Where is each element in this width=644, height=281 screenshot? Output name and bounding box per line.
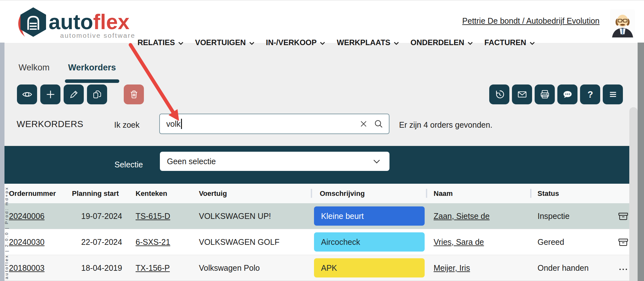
nav-item-onderdelen[interactable]: ONDERDELEN: [411, 38, 473, 47]
customer-name-link[interactable]: Vries, Sara de: [434, 237, 484, 247]
nav-item-relaties[interactable]: RELATIES: [137, 38, 184, 47]
planning-start-cell: 18-04-2019: [81, 263, 122, 273]
column-header-kenteken[interactable]: Kenteken: [136, 189, 167, 198]
column-header-voertuig[interactable]: Voertuig: [199, 189, 227, 198]
table-header-row: OrdernummerPlanning startKentekenVoertui…: [4, 184, 630, 203]
text-caret: [181, 119, 182, 129]
nav-item-label: RELATIES: [137, 38, 175, 47]
delete-button[interactable]: [124, 84, 144, 104]
main-menu: RELATIESVOERTUIGENIN-/VERKOOPWERKPLAATSO…: [137, 38, 535, 47]
nav-item-werkplaats[interactable]: WERKPLAATS: [337, 38, 399, 47]
planning-start-cell: 22-07-2024: [81, 237, 122, 247]
selection-label: Selectie: [114, 160, 143, 169]
archive-icon[interactable]: [618, 237, 629, 248]
archive-icon[interactable]: [618, 211, 629, 222]
nav-item-label: IN-/VERKOOP: [266, 38, 317, 47]
history-icon: [494, 89, 505, 100]
column-separator: [530, 189, 531, 198]
chevron-down-icon: [467, 38, 473, 47]
trash-icon: [129, 89, 139, 100]
search-label: Ik zoek: [114, 120, 139, 130]
view-button[interactable]: [17, 84, 37, 104]
license-plate-link[interactable]: TS-615-D: [136, 212, 170, 221]
version-side-label: autoflex | 2.0.0 | Prod: md+px: [4, 186, 9, 279]
customer-name-link[interactable]: Zaan, Sietse de: [434, 212, 490, 221]
edit-button[interactable]: [64, 84, 84, 104]
more-icon[interactable]: [618, 263, 629, 274]
order-number-link[interactable]: 20180003: [9, 263, 44, 273]
chevron-down-icon: [394, 38, 399, 47]
logo-hexagon: [20, 7, 46, 37]
toolbar-right: ?: [489, 84, 623, 104]
chevron-down-icon: [320, 38, 325, 47]
tab-bar: WelkomWerkorders: [19, 63, 116, 77]
pencil-icon: [69, 89, 79, 100]
inner-scrollbar-thumb[interactable]: [629, 107, 638, 281]
vehicle-cell: Volkswagen Polo: [199, 263, 260, 273]
hamburger-icon: [608, 89, 618, 100]
autoflex-logo: autoflex automotive software: [17, 6, 136, 39]
page-title: WERKORDERS: [17, 119, 83, 129]
column-header-omschrijving[interactable]: Omschrijving: [320, 189, 365, 198]
chat-icon: [562, 89, 573, 100]
vehicle-cell: VOLKSWAGEN UP!: [199, 212, 271, 221]
column-separator: [311, 189, 312, 198]
copy-icon: [92, 89, 102, 100]
nav-item-label: WERKPLAATS: [337, 38, 390, 47]
nav-item-facturen[interactable]: FACTUREN: [484, 38, 535, 47]
email-button[interactable]: [512, 84, 532, 104]
print-button[interactable]: [535, 84, 555, 104]
duplicate-button[interactable]: [87, 84, 107, 104]
table-row[interactable]: 2024000619-07-2024TS-615-DVOLKSWAGEN UP!…: [4, 203, 630, 229]
help-button[interactable]: ?: [580, 84, 600, 104]
order-number-link[interactable]: 20240030: [9, 237, 44, 247]
top-header: autoflex automotive software RELATIESVOE…: [0, 0, 644, 43]
description-badge: Kleine beurt: [314, 206, 425, 226]
user-avatar[interactable]: [610, 9, 635, 37]
license-plate-link[interactable]: 6-SXS-21: [136, 237, 170, 247]
tab-werkorders[interactable]: Werkorders: [68, 63, 116, 77]
status-cell: Onder handen: [538, 263, 589, 273]
chat-button[interactable]: [557, 84, 577, 104]
table-row[interactable]: 2024003022-07-20246-SXS-21VOLKSWAGEN GOL…: [4, 229, 630, 255]
chevron-down-icon: [530, 38, 535, 47]
toolbar-left: [17, 84, 144, 104]
column-header-naam[interactable]: Naam: [434, 189, 453, 198]
left-edge-strip: [0, 43, 4, 281]
search-icon[interactable]: [374, 119, 383, 128]
add-button[interactable]: [40, 84, 60, 104]
column-header-status[interactable]: Status: [538, 189, 559, 198]
tab-welkom[interactable]: Welkom: [19, 63, 50, 77]
envelope-icon: [517, 89, 528, 100]
eye-icon: [22, 89, 33, 100]
selection-dropdown[interactable]: Geen selectie: [160, 152, 389, 171]
svg-text:?: ?: [587, 89, 593, 100]
column-header-ordernummer[interactable]: Ordernummer: [9, 189, 56, 198]
user-account-link[interactable]: Pettrie De bondt / Autobedrijf Evolution: [462, 16, 600, 26]
search-input-value: volk: [166, 119, 180, 129]
nav-item-label: VOERTUIGEN: [195, 38, 246, 47]
window-scrollbar[interactable]: [638, 43, 644, 281]
column-separator: [426, 189, 427, 198]
selection-value: Geen selectie: [167, 157, 216, 166]
nav-item-label: ONDERDELEN: [411, 38, 464, 47]
search-input[interactable]: volk: [159, 114, 389, 134]
logo-tagline: automotive software: [60, 32, 135, 39]
menu-button[interactable]: [603, 84, 623, 104]
table-row[interactable]: 2018000318-04-2019TX-156-PVolkswagen Pol…: [4, 255, 630, 281]
nav-item-label: FACTUREN: [484, 38, 526, 47]
selection-band: Selectie Geen selectie: [4, 146, 630, 184]
svg-text:autoflex: autoflex: [49, 10, 130, 34]
nav-item-voertuigen[interactable]: VOERTUIGEN: [195, 38, 255, 47]
status-cell: Inspectie: [538, 212, 569, 221]
license-plate-link[interactable]: TX-156-P: [136, 263, 170, 273]
workorders-table: OrdernummerPlanning startKentekenVoertui…: [4, 184, 630, 281]
printer-icon: [539, 89, 550, 100]
customer-name-link[interactable]: Meijer, Iris: [434, 263, 470, 273]
history-button[interactable]: [489, 84, 509, 104]
nav-item-in-verkoop[interactable]: IN-/VERKOOP: [266, 38, 326, 47]
description-badge: Aircocheck: [314, 232, 425, 252]
order-number-link[interactable]: 20240006: [9, 212, 44, 221]
column-header-planning-start[interactable]: Planning start: [72, 189, 119, 198]
clear-icon[interactable]: [360, 120, 367, 127]
